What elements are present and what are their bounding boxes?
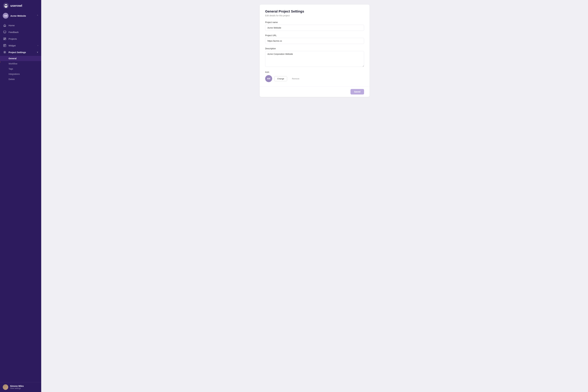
project-name-label: Project name	[265, 21, 364, 24]
feedback-icon	[3, 30, 6, 34]
chevron-down-icon-settings: ∨	[37, 51, 38, 53]
user-info: Simone Miles View settings	[10, 385, 24, 390]
sidebar-item-label-projects: Projects	[8, 38, 38, 40]
page-subtitle: Edit details for this project	[265, 14, 364, 17]
description-textarea[interactable]	[265, 51, 364, 67]
svg-rect-20	[4, 46, 4, 46]
icon-label: Icon	[265, 71, 364, 73]
logo-icon	[3, 3, 9, 8]
project-name-input[interactable]	[265, 25, 364, 31]
sidebar-item-project-settings[interactable]: Project Settings ∨	[0, 49, 41, 56]
logo: userowl	[0, 0, 41, 11]
change-icon-button[interactable]: Change	[274, 76, 287, 81]
svg-rect-14	[5, 38, 6, 38]
svg-rect-15	[5, 38, 6, 40]
icon-section: Icon AW Change Remove	[265, 71, 364, 82]
avatar	[3, 384, 8, 390]
sidebar-item-label-feedback: Feedback	[8, 31, 38, 34]
widget-icon	[3, 44, 6, 47]
project-url-input[interactable]	[265, 38, 364, 44]
subnav-integrations[interactable]: Integrations	[0, 72, 41, 77]
svg-point-6	[5, 6, 6, 6]
project-name-group: Project name	[265, 21, 364, 31]
icon-row: AW Change Remove	[265, 75, 364, 82]
subnav-delete[interactable]: Delete	[0, 77, 41, 82]
chevron-down-icon: ⌃	[37, 14, 38, 17]
svg-rect-17	[4, 44, 6, 47]
sidebar-item-feedback[interactable]: Feedback	[0, 29, 41, 36]
project-url-label: Project URL	[265, 34, 364, 37]
icon-avatar: AW	[265, 75, 272, 82]
project-settings-subnav: General Workflow Tags Integrations De	[0, 56, 41, 82]
svg-rect-12	[4, 31, 6, 33]
sidebar-item-projects[interactable]: Projects	[0, 36, 41, 42]
svg-rect-11	[4, 26, 5, 26]
svg-point-7	[6, 6, 7, 6]
sidebar-item-widget[interactable]: Widget ›	[0, 42, 41, 49]
sidebar-item-label-widget: Widget	[8, 44, 36, 47]
main-content: General Project Settings Edit details fo…	[41, 0, 588, 392]
description-group: Description	[265, 47, 364, 68]
chevron-right-icon: ›	[38, 44, 38, 46]
subnav-general[interactable]: General	[0, 56, 41, 61]
sidebar: userowl AW Acme Website ⌃ Home Feedback	[0, 0, 41, 392]
saved-button[interactable]: Saved	[350, 89, 364, 94]
user-role: View settings	[10, 387, 24, 390]
svg-rect-19	[5, 45, 6, 45]
svg-point-21	[4, 52, 5, 53]
sidebar-item-home[interactable]: Home	[0, 22, 41, 29]
svg-rect-18	[4, 45, 4, 45]
remove-icon-button[interactable]: Remove	[289, 76, 302, 81]
project-switcher[interactable]: AW Acme Website ⌃	[0, 11, 41, 20]
settings-icon	[3, 50, 6, 54]
project-url-group: Project URL	[265, 34, 364, 44]
settings-card: General Project Settings Edit details fo…	[260, 4, 370, 97]
description-label: Description	[265, 47, 364, 50]
projects-icon	[3, 37, 6, 40]
user-profile[interactable]: Simone Miles View settings	[0, 382, 41, 392]
app-name: userowl	[10, 4, 22, 8]
user-name: Simone Miles	[10, 385, 24, 387]
svg-rect-13	[4, 38, 4, 39]
home-icon	[3, 24, 6, 27]
page-title: General Project Settings	[265, 10, 364, 14]
card-body: General Project Settings Edit details fo…	[260, 4, 370, 86]
project-avatar: AW	[3, 13, 8, 18]
sidebar-item-label-home: Home	[8, 24, 38, 27]
card-footer: Saved	[260, 86, 370, 97]
project-name: Acme Website	[10, 14, 35, 17]
main-nav: Home Feedback Projects Widget ›	[0, 21, 41, 382]
subnav-workflow[interactable]: Workflow	[0, 61, 41, 66]
sidebar-item-label-project-settings: Project Settings	[8, 51, 35, 54]
subnav-tags[interactable]: Tags	[0, 66, 41, 72]
svg-rect-16	[4, 39, 4, 40]
